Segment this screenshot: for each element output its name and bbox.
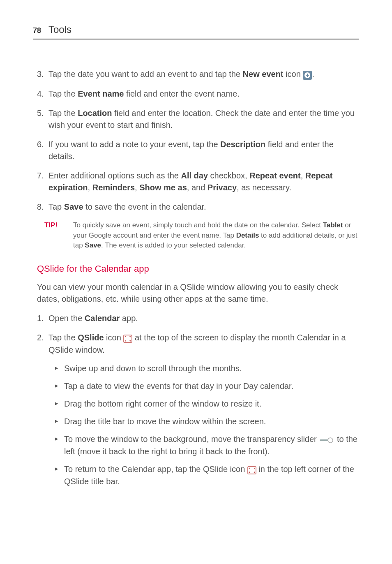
qslide-heading: QSlide for the Calendar app (37, 262, 359, 275)
step-text: , and (187, 183, 208, 192)
qslide-expand-icon (247, 464, 256, 476)
step-text: Tap (48, 202, 64, 211)
slider-icon (319, 434, 334, 446)
step-number: 4. (37, 88, 44, 100)
bold-location: Location (78, 109, 112, 118)
step-8: 8. Tap Save to save the event in the cal… (37, 201, 359, 213)
step-text: icon (104, 333, 124, 342)
step-4: 4. Tap the Event name field and enter th… (37, 88, 359, 100)
step-number: 2. (37, 332, 44, 344)
bullet-swipe: Swipe up and down to scroll through the … (55, 363, 359, 374)
step-7: 7. Enter additional options such as the … (37, 170, 359, 194)
tip-body: To quickly save an event, simply touch a… (73, 220, 359, 251)
svg-rect-7 (248, 467, 256, 474)
step-number: 6. (37, 139, 44, 150)
bold-calendar: Calendar (85, 314, 120, 323)
step-number: 1. (37, 312, 44, 324)
bold-new-event: New event (243, 69, 284, 79)
step-text: If you want to add a note to your event,… (48, 140, 220, 149)
bullet-transparency: To move the window to the background, mo… (55, 433, 359, 458)
step-number: 7. (37, 170, 44, 182)
step-number: 8. (37, 201, 44, 213)
page-number: 78 (33, 25, 45, 36)
step-text: Enter additional options such as the (48, 171, 181, 180)
bullet-text: To return to the Calendar app, tap the Q… (64, 465, 247, 474)
bold-description: Description (220, 140, 265, 149)
step-text: Tap the (48, 109, 78, 118)
tip-box: TIP! To quickly save an event, simply to… (37, 220, 359, 251)
step-text: , (135, 183, 139, 192)
qslide-step-2: 2. Tap the QSlide icon at the top of the… (37, 332, 359, 488)
bullet-tap-date: Tap a date to view the events for that d… (55, 380, 359, 392)
bold-all-day: All day (181, 171, 208, 180)
tip-label: TIP! (44, 220, 73, 251)
bold-save: Save (85, 241, 101, 249)
bullet-return: To return to the Calendar app, tap the Q… (55, 463, 359, 488)
bold-show-me-as: Show me as (139, 183, 187, 192)
svg-point-6 (328, 438, 333, 443)
qslide-steps: 1. Open the Calendar app. 2. Tap the QSl… (37, 312, 359, 488)
step-text: Open the (48, 314, 85, 323)
step-text: . (312, 69, 314, 79)
step-6: 6. If you want to add a note to your eve… (37, 139, 359, 162)
bold-qslide: QSlide (78, 333, 104, 342)
qslide-intro: You can view your month calendar in a QS… (37, 281, 359, 305)
step-text: checkbox, (208, 171, 249, 180)
step-text: , (301, 171, 305, 180)
step-text: field and enter the event name. (124, 89, 239, 98)
bold-repeat-event: Repeat event (249, 171, 301, 180)
bullet-drag-title: Drag the title bar to move the window wi… (55, 416, 359, 428)
svg-rect-3 (306, 75, 309, 76)
bold-privacy: Privacy (208, 183, 237, 192)
step-3: 3. Tap the date you want to add an event… (37, 68, 359, 81)
bullet-drag-corner: Drag the bottom right corner of the wind… (55, 398, 359, 410)
step-number: 3. (37, 68, 44, 80)
step-text: , as necessary. (237, 183, 291, 192)
step-text: Tap the date you want to add an event to… (48, 69, 243, 79)
page-header: 78 Tools (33, 23, 359, 39)
section-title: Tools (48, 23, 71, 37)
bold-reminders: Reminders (92, 183, 135, 192)
new-event-icon (303, 69, 312, 81)
qslide-compress-icon (123, 332, 132, 344)
qslide-bullets: Swipe up and down to scroll through the … (55, 363, 359, 488)
step-5: 5. Tap the Location field and enter the … (37, 107, 359, 131)
tip-text: . The event is added to your selected ca… (101, 241, 246, 249)
step-text: app. (120, 314, 138, 323)
page-content: 3. Tap the date you want to add an event… (33, 68, 359, 488)
bullet-text: To move the window to the background, mo… (64, 435, 319, 444)
step-text: to save the event in the calendar. (83, 202, 206, 211)
bold-save: Save (64, 202, 83, 211)
bold-details: Details (236, 231, 259, 239)
bold-event-name: Event name (78, 89, 124, 98)
bold-tablet: Tablet (323, 221, 343, 229)
step-text: Tap the (48, 333, 78, 342)
step-text: , (88, 183, 92, 192)
step-text: Tap the (48, 89, 78, 98)
steps-list: 3. Tap the date you want to add an event… (37, 68, 359, 213)
qslide-step-1: 1. Open the Calendar app. (37, 312, 359, 324)
tip-text: To quickly save an event, simply touch a… (73, 221, 323, 229)
step-text: icon (284, 69, 303, 79)
step-number: 5. (37, 107, 44, 119)
